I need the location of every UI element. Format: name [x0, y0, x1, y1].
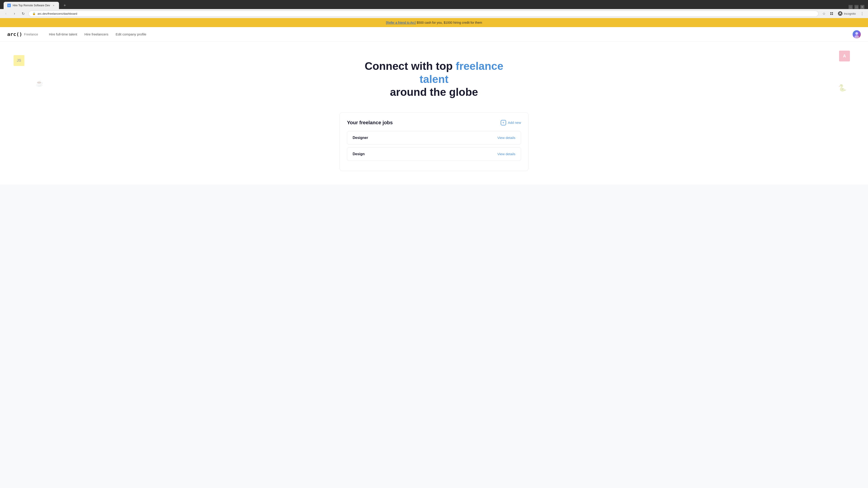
reload-button[interactable]: ↻ — [20, 10, 26, 17]
promo-banner: [Refer a friend to Arc] $500 cash for yo… — [0, 18, 868, 27]
jobs-card: Your freelance jobs + Add new Designer V… — [340, 112, 528, 171]
address-bar[interactable]: 🔒 arc.dev/freelancers/dashboard — [29, 11, 818, 17]
incognito-button[interactable]: Incognito — [836, 10, 858, 17]
logo-mark: arc() — [7, 31, 22, 37]
js-icon: JS — [13, 55, 24, 66]
svg-rect-1 — [832, 12, 833, 13]
address-bar-row: ‹ › ↻ 🔒 arc.dev/freelancers/dashboard ☆ — [0, 9, 868, 18]
nav-edit-profile[interactable]: Edit company profile — [116, 32, 146, 36]
site-nav: arc() Freelance Hire full-time talent Hi… — [0, 27, 868, 41]
browser-actions: ☆ Incognito ⋮ — [821, 10, 865, 17]
incognito-icon — [838, 11, 842, 16]
python-icon: 🐍 — [837, 82, 848, 93]
jobs-header: Your freelance jobs + Add new — [347, 120, 521, 126]
browser-chrome: A Hire Top Remote Software Dev × + ─ ▭ ✕… — [0, 0, 868, 18]
active-tab[interactable]: A Hire Top Remote Software Dev × — [4, 2, 59, 9]
jobs-section: Your freelance jobs + Add new Designer V… — [332, 112, 536, 185]
nav-hire-fulltime[interactable]: Hire full-time talent — [49, 32, 77, 36]
jobs-title: Your freelance jobs — [347, 120, 393, 126]
logo-link[interactable]: arc() Freelance — [7, 31, 38, 37]
svg-rect-0 — [830, 12, 831, 13]
svg-rect-3 — [832, 14, 833, 15]
minimize-button[interactable]: ─ — [848, 5, 852, 9]
hero-title-line2: around the globe — [390, 86, 478, 98]
tab-favicon: A — [7, 4, 11, 7]
job-item: Designer View details — [347, 131, 521, 144]
logo-type: Freelance — [24, 33, 38, 36]
incognito-label: Incognito — [844, 12, 856, 15]
menu-button[interactable]: ⋮ — [859, 10, 865, 17]
security-icon: 🔒 — [32, 12, 36, 15]
java-icon: ☕ — [34, 78, 45, 89]
hero-section: JS A ☕ 🐍 Connect with top freelance tale… — [0, 41, 868, 112]
view-details-link[interactable]: View details — [497, 136, 515, 140]
promo-text: $500 cash for you, $1000 hiring credit f… — [416, 21, 482, 24]
extensions-button[interactable] — [829, 10, 835, 17]
job-name: Design — [352, 152, 365, 156]
nav-hire-freelancers[interactable]: Hire freelancers — [85, 32, 108, 36]
referral-link[interactable]: [Refer a friend to Arc] — [386, 21, 416, 24]
hero-title-plain: Connect with top — [365, 60, 456, 72]
add-new-label: Add new — [508, 121, 521, 125]
tab-title: Hire Top Remote Software Dev — [13, 4, 50, 7]
maximize-button[interactable]: ▭ — [855, 5, 859, 9]
page-content: [Refer a friend to Arc] $500 cash for yo… — [0, 18, 868, 185]
window-controls: ─ ▭ ✕ — [848, 3, 866, 9]
back-button[interactable]: ‹ — [3, 10, 9, 17]
add-new-button[interactable]: + Add new — [501, 120, 521, 125]
hero-title: Connect with top freelance talent around… — [355, 60, 513, 99]
tab-close-button[interactable]: × — [52, 4, 55, 7]
svg-point-6 — [855, 32, 858, 35]
close-button[interactable]: ✕ — [860, 5, 864, 9]
forward-button[interactable]: › — [11, 10, 18, 17]
add-icon: + — [501, 120, 506, 125]
svg-rect-2 — [830, 14, 831, 15]
url-text: arc.dev/freelancers/dashboard — [37, 12, 77, 15]
job-item: Design View details — [347, 147, 521, 161]
job-name: Designer — [352, 136, 368, 140]
bookmark-button[interactable]: ☆ — [821, 10, 827, 17]
user-avatar[interactable] — [852, 30, 861, 38]
nav-links: Hire full-time talent Hire freelancers E… — [49, 32, 853, 36]
view-details-link[interactable]: View details — [497, 152, 515, 156]
tab-bar: A Hire Top Remote Software Dev × + ─ ▭ ✕ — [0, 0, 868, 9]
angular-icon: A — [839, 51, 850, 61]
new-tab-button[interactable]: + — [62, 2, 68, 9]
